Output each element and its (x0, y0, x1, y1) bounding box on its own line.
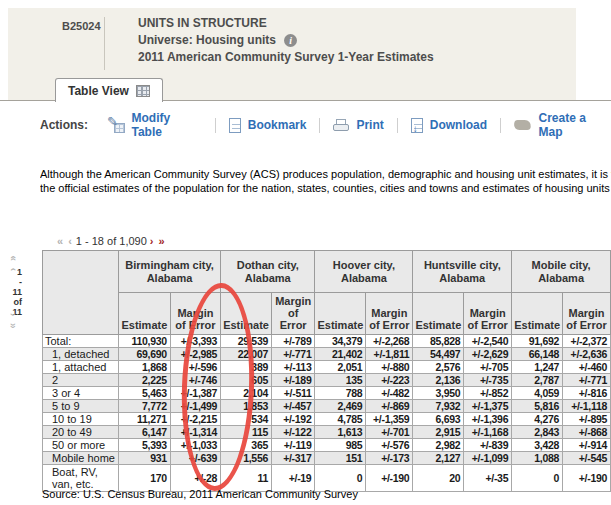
table-row: 1, attached 1,868 +/-596 389 +/-113 2,05… (43, 361, 611, 374)
cell: 29,539 (221, 335, 272, 348)
cell: +/-2,540 (464, 335, 512, 348)
cell: 788 (315, 387, 366, 400)
subheader-moe: Margin of Error (464, 293, 512, 335)
create-map-button[interactable]: Create a Map (514, 111, 611, 139)
subheader-moe: Margin of Error (170, 293, 220, 335)
acs-note: Although the American Community Survey (… (40, 167, 611, 195)
cell: +/-190 (366, 465, 413, 492)
cell: +/-511 (271, 387, 314, 400)
cell: +/-35 (464, 465, 512, 492)
cell: 66,148 (512, 348, 563, 361)
bookmark-button[interactable]: Bookmark (229, 118, 307, 133)
acs-note-line2: the official estimates of the population… (40, 181, 611, 195)
tab-label: Table View (68, 84, 129, 98)
row-label: Total: (43, 335, 119, 348)
cell: 3,950 (413, 387, 464, 400)
table-row: 50 or more 5,393 +/-1,033 365 +/-119 985… (43, 439, 611, 452)
cell: 1,247 (512, 361, 563, 374)
cell: +/-771 (563, 374, 611, 387)
cell: +/-1,387 (170, 387, 220, 400)
column-header-mobile: Mobile city, Alabama (512, 251, 611, 293)
print-button[interactable]: Print (333, 118, 383, 132)
column-pager-prev-icon: « ‹ (57, 235, 73, 247)
cell: 5,816 (512, 400, 563, 413)
cell: +/-190 (563, 465, 611, 492)
cell: 69,690 (118, 348, 170, 361)
subheader-estimate: Estimate (118, 293, 170, 335)
row-pager-prev-icon: ‹ (8, 253, 18, 271)
cell: 2,787 (512, 374, 563, 387)
column-header-dothan: Dothan city, Alabama (221, 251, 315, 293)
table-row: 5 to 9 7,772 +/-1,499 1,853 +/-457 2,469… (43, 400, 611, 413)
column-pager-next-icon[interactable]: › » (150, 235, 166, 247)
create-map-label: Create a Map (539, 111, 611, 139)
column-header-hoover: Hoover city, Alabama (315, 251, 413, 293)
cell: 91,692 (512, 335, 563, 348)
cell: 7,932 (413, 400, 464, 413)
toolbar-separator (397, 118, 398, 133)
cell: 1,868 (118, 361, 170, 374)
cell: 34,379 (315, 335, 366, 348)
cell: 135 (315, 374, 366, 387)
cell: 2,127 (413, 452, 464, 465)
cell: 3,428 (512, 439, 563, 452)
cell: 1,853 (221, 400, 272, 413)
acs-note-line1: Although the American Community Survey (… (40, 167, 611, 181)
cell: +/-868 (563, 426, 611, 439)
factfinder-table-view-page: B25024 UNITS IN STRUCTURE Universe: Hous… (0, 0, 611, 505)
cell: +/-914 (563, 439, 611, 452)
modify-table-label: Modify Table (132, 111, 202, 139)
row-pager: « ‹ 1 - 11 of 11 ‹ « (4, 247, 22, 337)
cell: 1,088 (512, 452, 563, 465)
cell: +/-482 (366, 387, 413, 400)
row-pager-last-icon: « (8, 323, 18, 341)
cell: +/-852 (464, 387, 512, 400)
cell: +/-705 (464, 361, 512, 374)
cell: 2,051 (315, 361, 366, 374)
cell: 2,225 (118, 374, 170, 387)
row-label: Mobile home (43, 452, 119, 465)
tab-table-view[interactable]: Table View (55, 78, 163, 102)
cell: +/-460 (563, 361, 611, 374)
cell: 365 (221, 439, 272, 452)
table-row: 2 2,225 +/-746 605 +/-189 135 +/-223 2,1… (43, 374, 611, 387)
cell: +/-789 (271, 335, 314, 348)
modify-table-button[interactable]: ✎ Modify Table (108, 111, 202, 139)
cell: 115 (221, 426, 272, 439)
cell: +/-1,499 (170, 400, 220, 413)
download-button[interactable]: ↓ Download (411, 118, 487, 133)
cell: 5,463 (118, 387, 170, 400)
subheader-moe: Margin of Error (563, 293, 611, 335)
cell: +/-1,314 (170, 426, 220, 439)
table-row: Mobile home 931 +/-639 1,556 +/-317 151 … (43, 452, 611, 465)
bookmark-label: Bookmark (248, 118, 307, 132)
cell: +/-771 (271, 348, 314, 361)
cell: 2,469 (315, 400, 366, 413)
table-row: 3 or 4 5,463 +/-1,387 2,104 +/-511 788 +… (43, 387, 611, 400)
cell: +/-1,811 (366, 348, 413, 361)
cell: +/-2,636 (563, 348, 611, 361)
column-header-birmingham: Birmingham city, Alabama (118, 251, 220, 293)
page-title: UNITS IN STRUCTURE (138, 15, 434, 32)
cell: +/-1,168 (464, 426, 512, 439)
toolbar-separator (500, 118, 501, 133)
cell: 151 (315, 452, 366, 465)
table-row: 20 to 49 6,147 +/-1,314 115 +/-122 1,613… (43, 426, 611, 439)
cell: 2,136 (413, 374, 464, 387)
cell: 20 (413, 465, 464, 492)
cell: +/-1,118 (563, 400, 611, 413)
cell: +/-596 (170, 361, 220, 374)
table-grid-icon (136, 85, 150, 97)
table-row: Total: 110,930 +/-3,393 29,539 +/-789 34… (43, 335, 611, 348)
cell: 2,915 (413, 426, 464, 439)
cell: 1,613 (315, 426, 366, 439)
cell: +/-1,033 (170, 439, 220, 452)
info-icon[interactable]: i (284, 34, 297, 47)
cell: 2,843 (512, 426, 563, 439)
cell: 4,276 (512, 413, 563, 426)
cell: 11,271 (118, 413, 170, 426)
actions-toolbar: Actions: ✎ Modify Table Bookmark Print ↓… (40, 112, 611, 138)
cell: +/-122 (271, 426, 314, 439)
toolbar-separator (319, 118, 320, 133)
table-title-block: UNITS IN STRUCTURE Universe: Housing uni… (138, 15, 434, 66)
